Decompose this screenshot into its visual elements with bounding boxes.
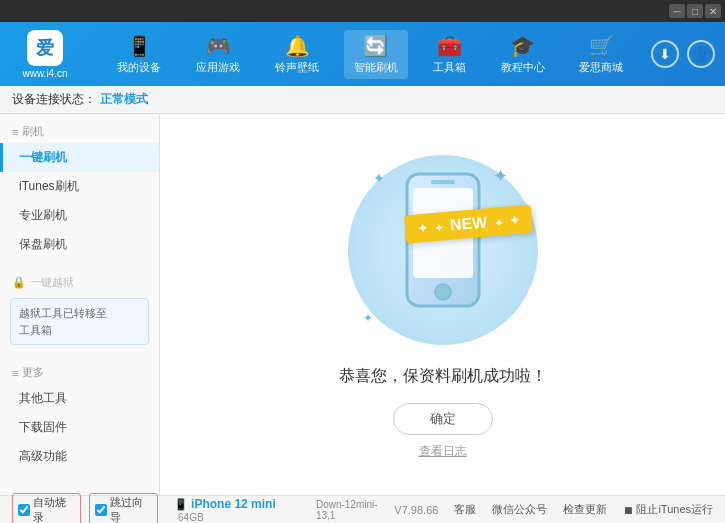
sparkle-2: ✦	[493, 165, 508, 187]
sidebar-section-more-title: ≡ 更多	[0, 361, 159, 384]
sidebar-item-one-click-flash[interactable]: 一键刷机	[0, 143, 159, 172]
stop-itunes-button[interactable]: ⏹ 阻止iTunes运行	[623, 502, 713, 517]
nav-apps-games[interactable]: 🎮 应用游戏	[186, 30, 250, 79]
mall-icon: 🛒	[589, 34, 614, 58]
new-badge-text: NEW	[450, 213, 489, 233]
sidebar-section-flash: ≡ 刷机 一键刷机 iTunes刷机 专业刷机 保盘刷机	[0, 114, 159, 265]
ringtones-icon: 🔔	[285, 34, 310, 58]
skip-wizard-label: 跳过向导	[110, 495, 152, 524]
device-storage: 64GB	[178, 512, 204, 523]
user-button[interactable]: 👤	[687, 40, 715, 68]
nav-toolbox[interactable]: 🧰 工具箱	[423, 30, 476, 79]
nav-my-device-label: 我的设备	[117, 60, 161, 75]
minimize-button[interactable]: ─	[669, 4, 685, 18]
device-name: iPhone 12 mini	[191, 497, 276, 511]
nav-mall[interactable]: 🛒 爱思商城	[569, 30, 633, 79]
auto-flash-label: 自动烧录	[33, 495, 75, 524]
new-badge-stars-left: ✦	[435, 222, 444, 234]
sidebar: ≡ 刷机 一键刷机 iTunes刷机 专业刷机 保盘刷机 🔒 一键越狱	[0, 114, 160, 495]
customer-service-link[interactable]: 客服	[454, 502, 476, 517]
logo-area: 爱 www.i4.cn	[10, 30, 80, 79]
auto-flash-checkbox[interactable]	[18, 504, 30, 516]
download-button[interactable]: ⬇	[651, 40, 679, 68]
close-button[interactable]: ✕	[705, 4, 721, 18]
sparkle-3: ✦	[363, 311, 373, 325]
illustration: ✦ ✦ ✦	[343, 150, 543, 350]
sidebar-section-flash-title: ≡ 刷机	[0, 120, 159, 143]
smart-flash-icon: 🔄	[363, 34, 388, 58]
logo-text: www.i4.cn	[22, 68, 67, 79]
sparkle-1: ✦	[373, 170, 385, 186]
nav-ringtones[interactable]: 🔔 铃声壁纸	[265, 30, 329, 79]
more-section-icon: ≡	[12, 367, 18, 379]
apps-games-icon: 🎮	[206, 34, 231, 58]
sidebar-item-other-tools[interactable]: 其他工具	[0, 384, 159, 413]
svg-point-2	[435, 283, 451, 299]
bottom-bar: 自动烧录 跳过向导 📱 iPhone 12 mini 64GB Down-12m…	[0, 495, 725, 523]
logo-icon: 爱	[27, 30, 63, 66]
new-badge-stars-right: ✦	[495, 217, 504, 229]
my-device-icon: 📱	[127, 34, 152, 58]
skip-wizard-checkbox[interactable]	[95, 504, 107, 516]
header-right: ⬇ 👤	[651, 40, 715, 68]
sidebar-item-pro-flash[interactable]: 专业刷机	[0, 201, 159, 230]
sidebar-item-save-flash[interactable]: 保盘刷机	[0, 230, 159, 259]
nav-toolbox-label: 工具箱	[433, 60, 466, 75]
device-version: Down-12mini-13,1	[316, 499, 394, 521]
version-text: V7.98.66	[394, 504, 438, 516]
nav-items: 📱 我的设备 🎮 应用游戏 🔔 铃声壁纸 🔄 智能刷机 🧰 工具箱 🎓 教程中心…	[100, 30, 641, 79]
status-value: 正常模式	[100, 91, 148, 108]
nav-tutorials-label: 教程中心	[501, 60, 545, 75]
phone-small-icon: 📱	[174, 498, 188, 510]
nav-tutorials[interactable]: 🎓 教程中心	[491, 30, 555, 79]
jailbreak-notice: 越狱工具已转移至 工具箱	[10, 298, 149, 345]
nav-ringtones-label: 铃声壁纸	[275, 60, 319, 75]
bottom-left: 自动烧录 跳过向导 📱 iPhone 12 mini 64GB Down-12m…	[12, 493, 394, 524]
content-area: ✦ ✦ ✦	[160, 114, 725, 495]
auto-flash-checkbox-label[interactable]: 自动烧录	[12, 493, 81, 524]
wechat-link[interactable]: 微信公众号	[492, 502, 547, 517]
check-update-link[interactable]: 检查更新	[563, 502, 607, 517]
skip-wizard-checkbox-label[interactable]: 跳过向导	[89, 493, 158, 524]
sidebar-item-download-firmware[interactable]: 下载固件	[0, 413, 159, 442]
status-bar: 设备连接状态： 正常模式	[0, 86, 725, 114]
main-layout: ≡ 刷机 一键刷机 iTunes刷机 专业刷机 保盘刷机 🔒 一键越狱	[0, 114, 725, 495]
flash-section-icon: ≡	[12, 126, 18, 138]
nav-mall-label: 爱思商城	[579, 60, 623, 75]
stop-icon: ⏹	[623, 504, 634, 516]
toolbox-icon: 🧰	[437, 34, 462, 58]
logo-char: 爱	[36, 36, 54, 60]
lock-icon: 🔒	[12, 276, 26, 289]
sidebar-item-advanced[interactable]: 高级功能	[0, 442, 159, 471]
sidebar-item-itunes-flash[interactable]: iTunes刷机	[0, 172, 159, 201]
sidebar-jailbreak-title: 🔒 一键越狱	[0, 271, 159, 294]
nav-smart-flash[interactable]: 🔄 智能刷机	[344, 30, 408, 79]
header: 爱 www.i4.cn 📱 我的设备 🎮 应用游戏 🔔 铃声壁纸 🔄 智能刷机 …	[0, 22, 725, 86]
nav-smart-flash-label: 智能刷机	[354, 60, 398, 75]
nav-my-device[interactable]: 📱 我的设备	[107, 30, 171, 79]
device-info: 📱 iPhone 12 mini 64GB	[174, 497, 304, 523]
sidebar-section-more: ≡ 更多 其他工具 下载固件 高级功能	[0, 355, 159, 477]
bottom-right: V7.98.66 客服 微信公众号 检查更新 ⏹ 阻止iTunes运行	[394, 502, 713, 517]
status-label: 设备连接状态：	[12, 91, 96, 108]
sidebar-section-jailbreak: 🔒 一键越狱 越狱工具已转移至 工具箱	[0, 265, 159, 355]
restore-button[interactable]: □	[687, 4, 703, 18]
secondary-link[interactable]: 查看日志	[419, 443, 467, 460]
tutorials-icon: 🎓	[510, 34, 535, 58]
nav-apps-games-label: 应用游戏	[196, 60, 240, 75]
confirm-button[interactable]: 确定	[393, 403, 493, 435]
title-bar: ─ □ ✕	[0, 0, 725, 22]
svg-rect-3	[431, 179, 455, 183]
success-text: 恭喜您，保资料刷机成功啦！	[339, 366, 547, 387]
